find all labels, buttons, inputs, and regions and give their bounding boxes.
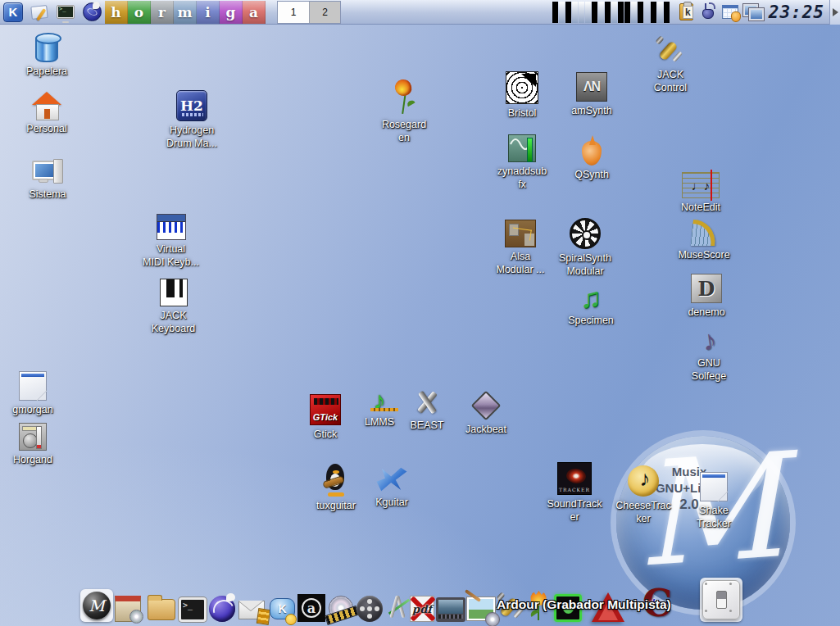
piano-keys-icon: [160, 279, 188, 306]
dock-draw-launcher[interactable]: [385, 594, 410, 622]
dock-amarok-launcher[interactable]: a: [297, 594, 325, 622]
desktop-icon-hydrogen[interactable]: H2 Hydrogen Drum Ma...: [151, 90, 233, 151]
dock-messenger-launcher[interactable]: K: [270, 598, 295, 622]
clipboard-icon: [679, 3, 693, 20]
organizer-tray-icon[interactable]: [721, 2, 740, 21]
hydrogen-icon: H2: [176, 90, 207, 121]
chat-bubble-icon: K: [270, 598, 295, 619]
app-letter-g[interactable]: g: [220, 1, 243, 24]
desktop-icon-amsynth[interactable]: ΛN amSynth: [555, 72, 629, 117]
midi-keyboard-icon: [157, 214, 186, 240]
desktop-icon-horgand[interactable]: Horgand: [0, 423, 70, 466]
remote-desktop-tray-icon[interactable]: [743, 2, 762, 21]
konqueror-globe-icon: [209, 596, 235, 622]
sine-wave-icon: [508, 134, 536, 162]
panel-clock[interactable]: 23:25: [769, 2, 824, 22]
harp-icon: [690, 220, 717, 246]
app-letter-h[interactable]: h: [105, 1, 128, 24]
package-icon: [115, 596, 141, 622]
browser-launcher[interactable]: [80, 1, 103, 24]
pdf-icon: pdf: [410, 596, 434, 622]
photo-cd-icon: [467, 597, 495, 620]
compass-icon: [385, 594, 410, 622]
desktop-icon-sistema[interactable]: Sistema: [11, 159, 84, 201]
workspace-2[interactable]: 2: [309, 2, 340, 23]
desktop-icon-soundtracker[interactable]: TRACKER SoundTrack er: [537, 462, 612, 524]
dual-monitor-icon: [743, 4, 761, 20]
calendar-bell-icon: [722, 5, 738, 19]
spiral-radar-icon: [506, 71, 538, 104]
desktop-icon-specimen[interactable]: ♫ Specimen: [554, 284, 628, 327]
desktop-icon-noteedit[interactable]: ♩♪ NoteEdit: [664, 172, 738, 214]
musix-sphere-icon: M: [83, 592, 111, 619]
dock-pdf-launcher[interactable]: pdf: [410, 596, 434, 622]
desktop-icon-cheesetracker[interactable]: ♪ CheeseTrac ker: [606, 465, 681, 526]
dock-mail-launcher[interactable]: [238, 601, 265, 622]
penguin-guitar-icon: [321, 462, 351, 497]
desktop-icon-denemo[interactable]: D denemo: [670, 274, 743, 319]
dock-terminal-launcher[interactable]: >_: [179, 597, 207, 622]
cheese-note-icon: ♪: [628, 465, 659, 497]
desktop-icon-zynaddsubfx[interactable]: zynaddsub fx: [485, 134, 559, 192]
document-icon: [19, 371, 47, 401]
dock-cd-player-launcher[interactable]: [327, 594, 355, 622]
pinwheel-icon: [570, 218, 601, 249]
dock-package-launcher[interactable]: [115, 596, 141, 622]
kmenu-icon: K: [3, 2, 23, 22]
desktop-icon-jack-control[interactable]: JACK Control: [633, 33, 707, 95]
app-letter-o[interactable]: o: [128, 1, 151, 24]
app-letter-r[interactable]: r: [151, 1, 174, 24]
konsole-launcher[interactable]: >_: [54, 1, 77, 24]
desktop-icon-jack-keyboard[interactable]: JACK Keyboard: [134, 279, 212, 336]
organ-panel-icon: [19, 423, 47, 451]
desktop-icon-kguitar[interactable]: Kguitar: [355, 465, 429, 509]
dock-movie-player-launcher[interactable]: [356, 596, 383, 622]
plug-tray-icon[interactable]: [699, 2, 718, 21]
audio-jack-icon: [654, 33, 687, 66]
klipper-tray-icon[interactable]: [677, 2, 696, 21]
desktop-icon-qsynth[interactable]: QSynth: [555, 138, 629, 181]
meter-bars-applet: [552, 2, 670, 23]
panel-hide-button[interactable]: [829, 0, 840, 25]
desktop-icon-shaketracker[interactable]: Shake Tracker: [676, 472, 751, 531]
workspace-1[interactable]: 1: [278, 2, 309, 23]
cd-film-icon: [327, 594, 355, 622]
notes-launcher[interactable]: [28, 1, 51, 24]
light-switch-icon: [702, 580, 740, 619]
dock-files-launcher[interactable]: [148, 599, 175, 622]
desktop-icon-personal[interactable]: Personal: [10, 92, 84, 135]
soundtracker-icon: TRACKER: [557, 462, 592, 495]
dock-musix-launcher[interactable]: M: [80, 589, 113, 622]
diamond-icon: [471, 391, 502, 421]
app-letter-i[interactable]: i: [197, 1, 220, 24]
desktop-icon-jackbeat[interactable]: Jackbeat: [449, 391, 523, 436]
dock-photo-launcher[interactable]: [467, 597, 495, 622]
green-note-icon: ♫: [580, 284, 602, 311]
globe-icon: [83, 2, 102, 21]
envelope-icon: [238, 601, 265, 619]
score-notes-icon: ♩♪: [682, 172, 720, 198]
desktop-icon-spiralsynth[interactable]: SpiralSynth Modular: [547, 218, 623, 279]
desktop-icon-vkeybd[interactable]: Virtual MIDI Keyb...: [132, 214, 210, 270]
film-reel-icon: [356, 596, 383, 622]
blue-guitar-icon: [375, 465, 408, 493]
dock-tooltip: Ardour (Grabador Multipista): [497, 597, 671, 612]
dock-browser-launcher[interactable]: [209, 596, 235, 622]
desktop-icon-rosegarden[interactable]: Rosegard en: [367, 79, 441, 145]
crossed-tools-icon: [411, 388, 443, 416]
folder-icon: [148, 599, 175, 620]
desktop-icon-musescore[interactable]: MuseScore: [666, 220, 742, 261]
desktop-icon-papelera[interactable]: Papelera: [10, 34, 84, 78]
rose-icon: [392, 79, 416, 116]
dock-image-viewer-launcher[interactable]: [436, 597, 465, 622]
desktop-icon-bristol[interactable]: Bristol: [485, 71, 559, 120]
desktop-icon-gmorgan[interactable]: gmorgan: [0, 371, 70, 416]
amarok-icon: a: [297, 594, 325, 622]
dock-logout-launcher[interactable]: [700, 578, 742, 622]
desktop-icon-solfege[interactable]: ♪ GNU Solfege: [672, 326, 746, 383]
app-letter-m[interactable]: m: [174, 1, 197, 24]
purple-note-icon: ♪: [700, 325, 718, 355]
app-letter-a[interactable]: a: [243, 1, 266, 24]
trash-icon: [35, 34, 58, 62]
kmenu-button[interactable]: K: [2, 1, 25, 24]
